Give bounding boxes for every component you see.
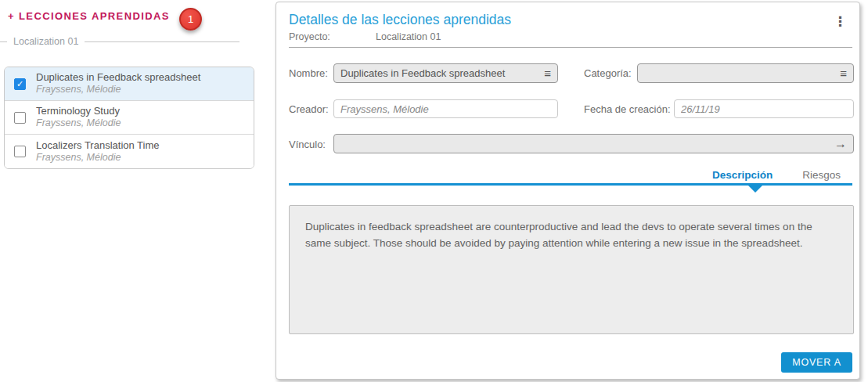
creador-value: Frayssens, Mélodie xyxy=(340,103,551,115)
lesson-title: Terminology Study xyxy=(36,105,121,117)
checkbox-checked-icon[interactable]: ✓ xyxy=(14,78,26,90)
vinculo-label: Vínculo: xyxy=(289,139,326,150)
nombre-input[interactable]: Duplicates in Feedback spreadsheet ≡ xyxy=(333,63,558,83)
arrow-right-icon[interactable]: → xyxy=(834,138,847,150)
lesson-title: Duplicates in Feedback spreadsheet xyxy=(36,71,200,84)
lesson-author: Frayssens, Mélodie xyxy=(36,117,121,130)
sidebar: + LECCIONES APRENDIDAS Localization 01 ✓… xyxy=(0,0,258,382)
divider-line xyxy=(85,41,240,42)
divider-dash xyxy=(0,41,7,42)
lesson-texts: Localizers Translation Time Frayssens, M… xyxy=(36,139,160,164)
menu-icon[interactable]: ≡ xyxy=(840,67,847,79)
mover-a-button[interactable]: MOVER A xyxy=(781,352,852,373)
project-value: Localization 01 xyxy=(376,31,441,42)
tab-underline xyxy=(289,183,852,186)
description-textarea[interactable]: Duplicates in feedback spreadsheet are c… xyxy=(289,205,854,334)
kebab-menu-icon[interactable]: ⋮ xyxy=(834,15,847,28)
project-row: Proyecto:Localization 01 xyxy=(289,31,441,42)
tab-riesgos[interactable]: Riesgos xyxy=(802,169,841,181)
creador-label: Creador: xyxy=(289,103,329,115)
lesson-author: Frayssens, Mélodie xyxy=(36,84,200,96)
header-divider xyxy=(289,47,852,48)
project-group-label: Localization 01 xyxy=(7,36,85,47)
fecha-creacion-input[interactable]: 26/11/19 xyxy=(674,99,854,118)
lesson-row-duplicates[interactable]: ✓ Duplicates in Feedback spreadsheet Fra… xyxy=(5,67,254,101)
categoria-input[interactable]: ≡ xyxy=(637,63,854,83)
checkbox-unchecked-icon[interactable] xyxy=(14,112,26,124)
categoria-label: Categoría: xyxy=(584,67,632,79)
checkbox-unchecked-icon[interactable] xyxy=(14,146,26,157)
lesson-list: ✓ Duplicates in Feedback spreadsheet Fra… xyxy=(4,67,254,169)
lesson-row-terminology[interactable]: Terminology Study Frayssens, Mélodie xyxy=(5,101,254,135)
lesson-title: Localizers Translation Time xyxy=(36,139,160,152)
vinculo-input[interactable]: → xyxy=(333,134,854,153)
nombre-label: Nombre: xyxy=(289,67,328,79)
app-root: + LECCIONES APRENDIDAS Localization 01 ✓… xyxy=(0,0,868,382)
project-group-divider: Localization 01 xyxy=(0,36,240,47)
lesson-author: Frayssens, Mélodie xyxy=(36,152,160,164)
panel-title: Detalles de las lecciones aprendidas xyxy=(289,12,511,28)
add-lecciones-link[interactable]: + LECCIONES APRENDIDAS xyxy=(8,10,170,22)
lesson-texts: Terminology Study Frayssens, Mélodie xyxy=(36,105,121,130)
annotation-badge-1: 1 xyxy=(179,8,202,31)
detail-tabs: Descripción Riesgos xyxy=(712,169,841,181)
nombre-value: Duplicates in Feedback spreadsheet xyxy=(340,67,539,79)
menu-icon[interactable]: ≡ xyxy=(544,67,551,79)
active-tab-pointer xyxy=(748,186,762,193)
lesson-texts: Duplicates in Feedback spreadsheet Frays… xyxy=(36,71,200,96)
fecha-creacion-value: 26/11/19 xyxy=(681,103,847,115)
creador-input[interactable]: Frayssens, Mélodie xyxy=(333,99,558,118)
project-label: Proyecto: xyxy=(289,31,376,42)
fecha-creacion-label: Fecha de creación: xyxy=(584,103,671,115)
details-panel: Detalles de las lecciones aprendidas ⋮ P… xyxy=(276,2,860,380)
lesson-row-localizers[interactable]: Localizers Translation Time Frayssens, M… xyxy=(5,135,254,168)
tab-descripcion[interactable]: Descripción xyxy=(712,169,773,181)
